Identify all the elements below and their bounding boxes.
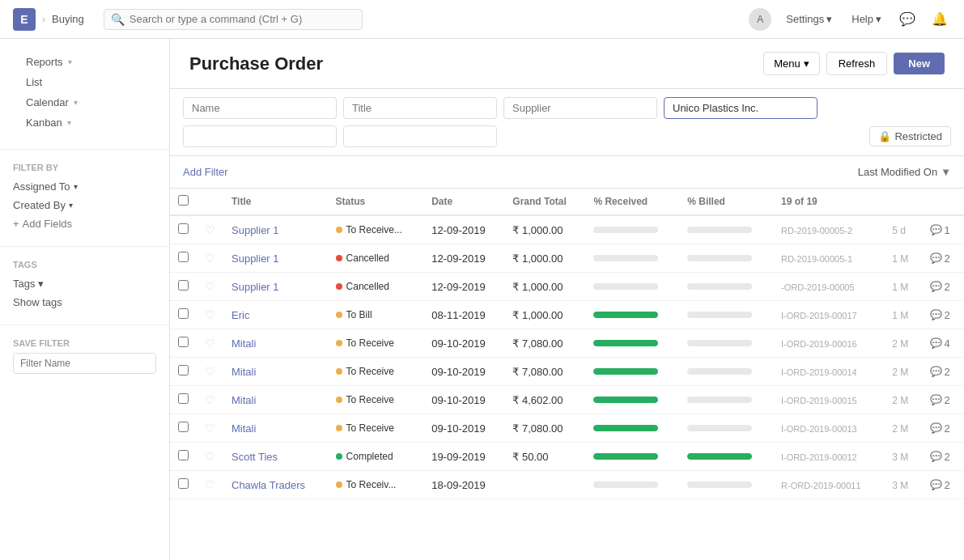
status-dot <box>336 255 342 261</box>
row-checkbox[interactable] <box>178 337 189 347</box>
nav-search-bar[interactable]: 🔍 <box>104 9 363 30</box>
name-filter-input[interactable] <box>183 97 337 119</box>
sidebar-divider-2 <box>0 246 169 247</box>
row-title[interactable]: Supplier 1 <box>223 244 328 273</box>
avatar: A <box>749 8 771 31</box>
bell-icon[interactable]: 🔔 <box>928 8 951 30</box>
table-row: ♡ Chawla Traders To Receiv... 18-09-2019… <box>170 471 964 499</box>
settings-button[interactable]: Settings ▾ <box>781 10 837 28</box>
row-title[interactable]: Eric <box>223 301 328 329</box>
th-status: Status <box>328 189 424 215</box>
new-button[interactable]: New <box>894 53 945 74</box>
status-label: Cancelled <box>346 252 389 264</box>
comment-count[interactable]: 💬 2 <box>930 422 956 435</box>
sidebar-item-kanban[interactable]: Kanban ▾ <box>13 112 156 133</box>
row-title[interactable]: Chawla Traders <box>223 471 328 499</box>
row-checkbox[interactable] <box>178 365 189 375</box>
row-grand-total: ₹ 4,602.00 <box>504 386 585 414</box>
th-count: 19 of 19 <box>773 189 884 215</box>
row-checkbox[interactable] <box>178 308 189 319</box>
th-time <box>884 189 921 215</box>
row-date: 09-10-2019 <box>423 386 504 414</box>
row-checkbox[interactable] <box>178 252 189 262</box>
received-progress-bar <box>593 425 658 431</box>
row-date: 12-09-2019 <box>423 215 504 244</box>
row-title[interactable]: Scott Ties <box>223 443 328 471</box>
comment-icon: 💬 <box>930 252 942 264</box>
row-date: 18-09-2019 <box>423 471 504 499</box>
comment-count[interactable]: 💬 1 <box>930 224 956 236</box>
row-checkbox[interactable] <box>178 280 189 291</box>
title-filter-input[interactable] <box>343 97 497 119</box>
th-heart <box>197 189 223 215</box>
heart-icon[interactable]: ♡ <box>205 337 215 350</box>
heart-icon[interactable]: ♡ <box>205 223 215 236</box>
row-title[interactable]: Supplier 1 <box>223 273 328 301</box>
row-record-id: I-ORD-2019-00016 <box>773 329 884 358</box>
comment-count[interactable]: 💬 2 <box>930 394 956 406</box>
row-title[interactable]: Mitali <box>223 386 328 414</box>
row-checkbox[interactable] <box>178 478 189 489</box>
row-checkbox[interactable] <box>178 223 189 234</box>
row-title[interactable]: Supplier 1 <box>223 215 328 244</box>
last-modified-sort[interactable]: Last Modified On ▼ <box>858 166 951 178</box>
heart-icon[interactable]: ♡ <box>205 422 215 435</box>
select-all-checkbox[interactable] <box>178 195 189 206</box>
row-title[interactable]: Mitali <box>223 329 328 358</box>
row-title[interactable]: Mitali <box>223 414 328 443</box>
row-checkbox-cell <box>170 443 197 471</box>
nav-module: Buying <box>52 13 84 25</box>
search-input[interactable] <box>130 13 355 25</box>
row-record-id: I-ORD-2019-00015 <box>773 386 884 414</box>
created-by-filter[interactable]: Created By ▾ <box>13 196 156 214</box>
heart-icon[interactable]: ♡ <box>205 280 215 293</box>
sidebar-item-reports[interactable]: Reports ▾ <box>13 52 156 72</box>
comment-count[interactable]: 💬 4 <box>930 337 956 350</box>
comment-count[interactable]: 💬 2 <box>930 309 956 321</box>
comment-count[interactable]: 💬 2 <box>930 366 956 378</box>
comment-count[interactable]: 💬 2 <box>930 479 956 491</box>
row-checkbox[interactable] <box>178 450 189 460</box>
chevron-down-icon: ▾ <box>68 57 72 66</box>
table-row: ♡ Mitali To Receive 09-10-2019 ₹ 4,602.0… <box>170 386 964 414</box>
menu-button[interactable]: Menu ▾ <box>763 52 820 75</box>
heart-icon[interactable]: ♡ <box>205 450 215 463</box>
help-button[interactable]: Help ▾ <box>847 10 886 28</box>
extra-filter-1[interactable] <box>183 125 337 147</box>
show-tags-button[interactable]: Show tags <box>13 293 156 312</box>
extra-filter-2[interactable] <box>343 125 497 147</box>
status-label: Cancelled <box>346 281 389 292</box>
received-progress-bar <box>593 340 658 346</box>
row-checkbox[interactable] <box>178 422 189 432</box>
row-status: To Receive <box>328 358 424 386</box>
supplier-value-input[interactable] <box>664 97 817 119</box>
nav-chevron: › <box>42 14 45 25</box>
heart-icon[interactable]: ♡ <box>205 365 215 378</box>
row-favorite-cell: ♡ <box>197 471 223 499</box>
add-fields-button[interactable]: + Add Fields <box>13 214 156 233</box>
sidebar-item-list[interactable]: List <box>13 72 156 92</box>
row-checkbox[interactable] <box>178 393 189 404</box>
sort-icon[interactable]: ▼ <box>941 166 951 178</box>
heart-icon[interactable]: ♡ <box>205 252 215 265</box>
comment-count[interactable]: 💬 2 <box>930 252 956 265</box>
heart-icon[interactable]: ♡ <box>205 393 215 406</box>
add-filter-button[interactable]: Add Filter <box>183 163 228 181</box>
row-title[interactable]: Mitali <box>223 358 328 386</box>
comment-count[interactable]: 💬 2 <box>930 451 956 463</box>
comment-count[interactable]: 💬 2 <box>930 281 956 293</box>
assigned-to-filter[interactable]: Assigned To ▾ <box>13 177 156 196</box>
page-layout: Reports ▾ List Calendar ▾ Kanban ▾ FILTE… <box>0 39 964 560</box>
th-title: Title <box>223 189 328 215</box>
chat-icon[interactable]: 💬 <box>896 8 919 30</box>
row-grand-total: ₹ 50.00 <box>504 443 585 471</box>
heart-icon[interactable]: ♡ <box>205 308 215 321</box>
row-status: To Receiv... <box>328 471 424 499</box>
heart-icon[interactable]: ♡ <box>205 478 215 491</box>
th-billed: % Billed <box>679 189 773 215</box>
tags-filter-item[interactable]: Tags ▾ <box>13 274 156 293</box>
refresh-button[interactable]: Refresh <box>826 52 888 75</box>
supplier-filter-input[interactable] <box>503 97 657 119</box>
filter-name-input[interactable] <box>13 353 156 374</box>
sidebar-item-calendar[interactable]: Calendar ▾ <box>13 92 156 112</box>
